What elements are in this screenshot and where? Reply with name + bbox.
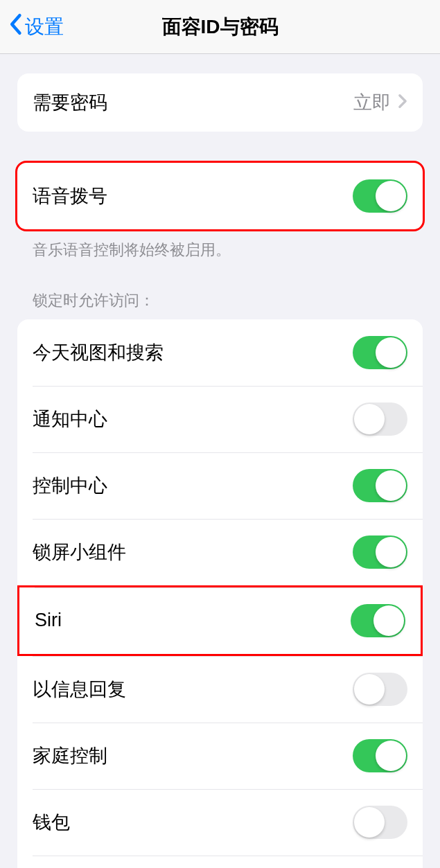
voice-dial-label: 语音拨号 [33,184,107,209]
lock-access-row: 回拨未接来电 [17,856,423,868]
lock-access-item-label: 通知中心 [33,407,107,432]
lock-access-toggle[interactable] [351,604,405,637]
lock-access-toggle[interactable] [353,469,407,502]
lock-access-toggle[interactable] [353,739,407,772]
voice-dial-row: 语音拨号 [17,163,423,229]
lock-access-item-label: Siri [35,610,62,631]
lock-access-row: 控制中心 [17,452,423,519]
back-label: 设置 [25,14,64,40]
lock-access-item-label: 钱包 [33,810,70,835]
chevron-left-icon [8,12,22,42]
voice-dial-group: 语音拨号 [15,161,425,231]
lock-access-toggle[interactable] [353,402,407,436]
lock-access-row: 锁屏小组件 [17,519,423,585]
chevron-right-icon [398,91,407,114]
lock-access-group: 今天视图和搜索通知中心控制中心锁屏小组件Siri以信息回复家庭控制钱包回拨未接来… [17,319,423,868]
voice-dial-footer: 音乐语音控制将始终被启用。 [17,231,423,261]
require-passcode-label: 需要密码 [33,90,107,115]
lock-access-row: Siri [17,585,423,656]
voice-dial-toggle[interactable] [353,179,407,213]
lock-access-header: 锁定时允许访问： [17,290,423,319]
lock-access-row: 以信息回复 [17,656,423,723]
lock-access-item-label: 家庭控制 [33,743,107,768]
back-button[interactable]: 设置 [0,12,64,42]
page-title: 面容ID与密码 [162,14,279,40]
lock-access-row: 钱包 [17,789,423,856]
lock-access-item-label: 今天视图和搜索 [33,340,164,365]
lock-access-toggle[interactable] [353,673,407,706]
navigation-header: 设置 面容ID与密码 [0,0,440,54]
lock-access-toggle[interactable] [353,535,407,569]
lock-access-toggle[interactable] [353,806,407,839]
lock-access-item-label: 锁屏小组件 [33,540,126,565]
require-passcode-row[interactable]: 需要密码 立即 [17,73,423,132]
lock-access-row: 家庭控制 [17,723,423,789]
lock-access-toggle[interactable] [353,336,407,369]
require-passcode-group: 需要密码 立即 [17,73,423,132]
lock-access-item-label: 控制中心 [33,473,107,498]
lock-access-row: 今天视图和搜索 [17,319,423,386]
lock-access-item-label: 以信息回复 [33,677,126,702]
lock-access-row: 通知中心 [17,386,423,452]
require-passcode-value: 立即 [353,90,391,115]
